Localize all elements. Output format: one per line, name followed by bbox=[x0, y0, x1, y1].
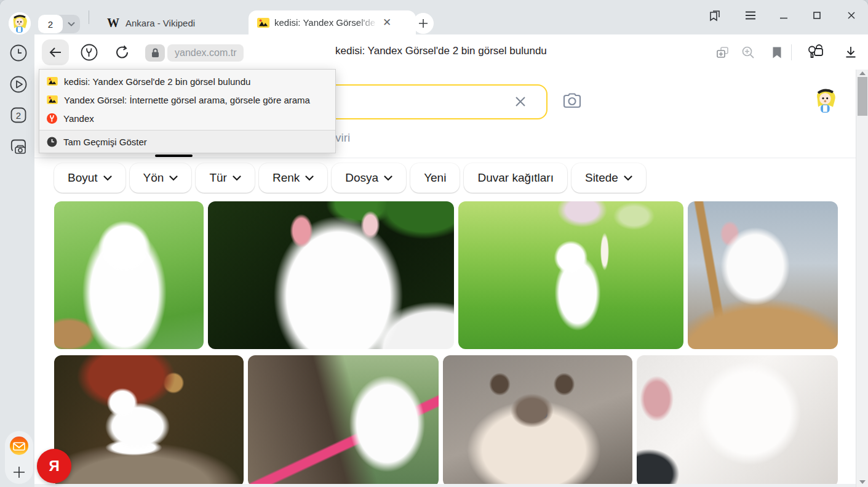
browser-menu-button[interactable] bbox=[742, 9, 759, 22]
media-panel-button[interactable] bbox=[9, 74, 28, 94]
minimize-button[interactable] bbox=[775, 9, 792, 22]
zoom-page-button[interactable] bbox=[739, 43, 757, 62]
history-panel-button[interactable] bbox=[9, 43, 28, 63]
sidebar-apps-group bbox=[5, 431, 33, 484]
download-icon bbox=[844, 46, 858, 59]
yandex-mail-icon[interactable] bbox=[9, 436, 29, 456]
filter-bar: Boyut Yön Tür Renk Dosya Yeni Duvar kağı… bbox=[54, 163, 646, 193]
back-arrow-icon bbox=[49, 47, 62, 58]
nav-tab-partial-ceviri[interactable]: viri bbox=[335, 131, 350, 145]
image-result[interactable] bbox=[208, 201, 454, 349]
filter-tur[interactable]: Tür bbox=[196, 163, 255, 193]
tab-wikipedia[interactable]: W Ankara - Vikipedi bbox=[98, 11, 204, 34]
downloads-button[interactable] bbox=[842, 43, 860, 62]
screenshot-camera-icon bbox=[9, 136, 28, 156]
lock-icon bbox=[151, 48, 159, 58]
scrollbar-thumb[interactable] bbox=[858, 77, 867, 116]
filter-dosya[interactable]: Dosya bbox=[332, 163, 406, 193]
yandex-home-button[interactable] bbox=[80, 43, 98, 62]
toolbar-separator bbox=[791, 44, 792, 60]
filter-boyut[interactable]: Boyut bbox=[54, 163, 125, 193]
chevron-down-icon bbox=[305, 175, 314, 181]
back-button[interactable] bbox=[42, 39, 69, 65]
clear-x-icon bbox=[514, 95, 527, 108]
tab-active-yandex-images[interactable]: kedisi: Yandex Görsel'de ✕ bbox=[249, 10, 416, 34]
tabs-panel-button[interactable]: 2 bbox=[9, 105, 28, 125]
yandex-y-icon bbox=[81, 44, 98, 61]
clear-search-button[interactable] bbox=[512, 93, 529, 110]
chevron-down-icon bbox=[233, 175, 241, 181]
browser-window: 2 W Ankara - Vikipedi kedisi: Yandex Gör… bbox=[0, 0, 868, 487]
close-tab-icon[interactable]: ✕ bbox=[383, 16, 391, 29]
bookmark-icon bbox=[772, 46, 782, 59]
window-bottom-edge bbox=[34, 484, 856, 487]
site-security-badge[interactable] bbox=[145, 44, 165, 62]
tabs-plus-icon bbox=[715, 45, 730, 60]
chevron-down-icon bbox=[103, 175, 112, 181]
screenshot-tool-button[interactable] bbox=[9, 136, 28, 156]
camera-search-icon bbox=[561, 90, 583, 112]
close-icon bbox=[846, 10, 856, 20]
scroll-up-arrow[interactable] bbox=[859, 71, 866, 75]
svg-text:2: 2 bbox=[16, 110, 21, 121]
yandex-images-favicon-icon bbox=[47, 77, 58, 86]
history-menu-item[interactable]: Yandex Görsel: İnternette görsel arama, … bbox=[39, 91, 335, 109]
yandex-fab-button[interactable]: Я bbox=[37, 449, 71, 483]
image-result[interactable] bbox=[248, 355, 439, 487]
image-result[interactable] bbox=[54, 201, 204, 349]
chevron-down-icon bbox=[384, 175, 392, 181]
close-window-button[interactable] bbox=[843, 9, 860, 22]
history-menu-item[interactable]: kedisi: Yandex Görsel'de 2 bin görsel bu… bbox=[39, 72, 335, 91]
page-title: kedisi: Yandex Görsel'de 2 bin görsel bu… bbox=[335, 45, 547, 57]
show-full-history-item[interactable]: Tam Geçmişi Göster bbox=[39, 130, 335, 153]
wikipedia-favicon-icon: W bbox=[107, 16, 119, 30]
minimize-icon bbox=[779, 10, 789, 20]
tab-counter[interactable]: 2 bbox=[38, 15, 63, 33]
image-result[interactable] bbox=[637, 355, 838, 487]
image-result[interactable] bbox=[688, 201, 838, 349]
chevron-down-icon bbox=[624, 175, 632, 181]
add-app-button[interactable] bbox=[12, 465, 26, 479]
key-card-icon bbox=[806, 43, 824, 62]
tab-group-pill[interactable]: 2 bbox=[38, 15, 80, 33]
chevron-down-icon[interactable] bbox=[63, 15, 80, 33]
collections-button[interactable] bbox=[706, 9, 723, 22]
tab-title: Ankara - Vikipedi bbox=[125, 18, 195, 28]
reload-icon bbox=[114, 44, 130, 60]
profile-avatar[interactable] bbox=[9, 12, 31, 34]
nav-divider bbox=[34, 158, 856, 158]
url-text: yandex.com.tr bbox=[175, 47, 236, 58]
filter-yon[interactable]: Yön bbox=[130, 163, 192, 193]
bookmarks-icon bbox=[708, 9, 722, 22]
maximize-button[interactable] bbox=[808, 9, 826, 22]
filter-renk[interactable]: Renk bbox=[259, 163, 327, 193]
hamburger-icon bbox=[744, 10, 757, 20]
image-result[interactable] bbox=[54, 355, 244, 487]
tab-title: kedisi: Yandex Görsel'de bbox=[274, 17, 378, 28]
tab-count-square-icon: 2 bbox=[9, 106, 28, 124]
active-nav-underline bbox=[155, 155, 193, 157]
image-result[interactable] bbox=[443, 355, 632, 487]
protect-passwords-button[interactable] bbox=[805, 42, 826, 63]
maximize-icon bbox=[812, 10, 822, 20]
yandex-images-favicon-icon bbox=[257, 18, 269, 28]
image-result[interactable] bbox=[458, 201, 683, 349]
magnifier-plus-icon bbox=[741, 45, 755, 60]
bookmark-page-button[interactable] bbox=[768, 43, 786, 62]
tab-bar: 2 W Ankara - Vikipedi kedisi: Yandex Gör… bbox=[0, 0, 868, 34]
scrollbar[interactable] bbox=[856, 70, 868, 487]
history-menu-item[interactable]: Yandex bbox=[39, 109, 335, 127]
chevron-down-icon bbox=[169, 175, 178, 181]
side-panel: 2 bbox=[0, 34, 34, 487]
new-tab-button[interactable] bbox=[413, 13, 434, 34]
add-tab-to-group-button[interactable] bbox=[714, 43, 732, 62]
filter-duvar-kagitlari[interactable]: Duvar kağıtları bbox=[464, 163, 567, 193]
filter-sitede[interactable]: Sitede bbox=[571, 163, 646, 193]
filter-yeni[interactable]: Yeni bbox=[410, 163, 460, 193]
address-bar[interactable]: yandex.com.tr bbox=[167, 44, 244, 62]
tab-separator bbox=[89, 10, 89, 24]
user-avatar[interactable] bbox=[811, 86, 840, 115]
visual-search-button[interactable] bbox=[560, 89, 584, 113]
scroll-down-arrow[interactable] bbox=[859, 480, 866, 484]
reload-button[interactable] bbox=[113, 43, 132, 62]
